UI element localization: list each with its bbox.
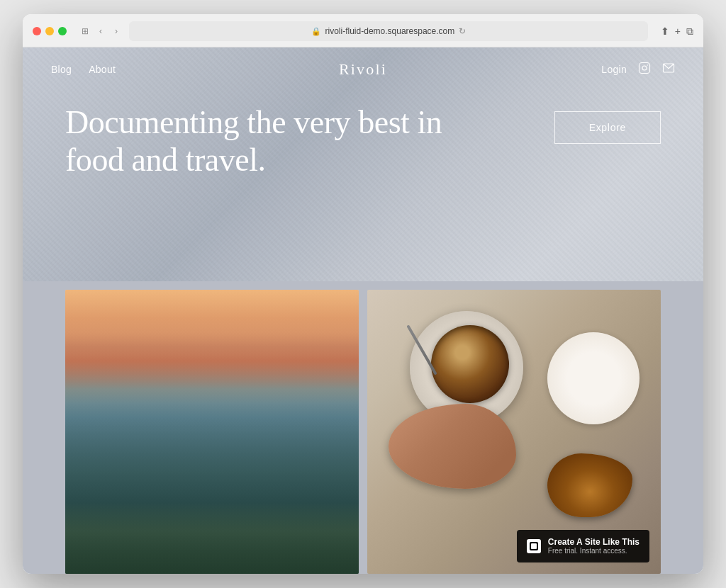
nav-about-link[interactable]: About (89, 64, 116, 75)
nav-left: Blog About (51, 64, 116, 75)
close-button[interactable] (33, 27, 41, 35)
browser-window: ⊞ ‹ › 🔒 rivoli-fluid-demo.squarespace.co… (23, 14, 703, 574)
coffee-cup (431, 325, 509, 403)
url-text: rivoli-fluid-demo.squarespace.com (325, 26, 455, 36)
browser-actions: ⬆ + ⧉ (661, 26, 693, 38)
hero-headline: Documenting the very best in food and tr… (65, 104, 462, 179)
badge-title: Create A Site Like This (548, 537, 640, 547)
croissant (547, 453, 632, 517)
explore-button[interactable]: Explore (554, 111, 661, 144)
svg-point-1 (642, 66, 647, 70)
nav-login-link[interactable]: Login (601, 64, 627, 75)
forward-icon[interactable]: › (111, 26, 122, 37)
share-icon[interactable]: ⬆ (661, 26, 669, 37)
nav-right: Login (601, 62, 675, 77)
lock-icon: 🔒 (311, 27, 321, 36)
coastal-image[interactable] (65, 290, 359, 574)
tabs-icon[interactable]: ⧉ (686, 26, 693, 38)
hero-text-area: Documenting the very best in food and tr… (65, 104, 554, 179)
traffic-lights (33, 27, 67, 35)
badge-text: Create A Site Like This Free trial. Inst… (548, 537, 640, 555)
email-icon[interactable] (662, 62, 675, 77)
squarespace-badge[interactable]: Create A Site Like This Free trial. Inst… (517, 530, 649, 562)
site-navigation: Blog About Rivoli Login (23, 47, 703, 91)
address-bar[interactable]: 🔒 rivoli-fluid-demo.squarespace.com ↻ (129, 21, 648, 41)
browser-chrome: ⊞ ‹ › 🔒 rivoli-fluid-demo.squarespace.co… (23, 14, 703, 47)
svg-rect-0 (640, 63, 650, 74)
minimize-button[interactable] (45, 27, 54, 35)
squarespace-logo-inner (530, 542, 538, 550)
maximize-button[interactable] (58, 27, 67, 35)
images-section: Create A Site Like This Free trial. Inst… (23, 281, 703, 574)
hand (389, 404, 516, 489)
explore-btn-area: Explore (554, 104, 661, 144)
website-content: Blog About Rivoli Login (23, 47, 703, 574)
badge-subtitle: Free trial. Instant access. (548, 547, 640, 555)
nav-blog-link[interactable]: Blog (51, 64, 72, 75)
nav-center: Rivoli (339, 60, 387, 79)
white-plate (547, 332, 640, 424)
coffee-image[interactable]: Create A Site Like This Free trial. Inst… (367, 290, 661, 574)
sidebar-toggle-icon[interactable]: ⊞ (79, 26, 91, 37)
refresh-icon[interactable]: ↻ (459, 26, 466, 36)
svg-point-2 (647, 64, 648, 66)
browser-controls: ⊞ ‹ › (79, 26, 122, 37)
new-tab-icon[interactable]: + (675, 26, 681, 37)
site-title[interactable]: Rivoli (339, 60, 387, 78)
back-icon[interactable]: ‹ (95, 26, 106, 37)
squarespace-logo (527, 539, 541, 553)
instagram-icon[interactable] (638, 62, 651, 77)
